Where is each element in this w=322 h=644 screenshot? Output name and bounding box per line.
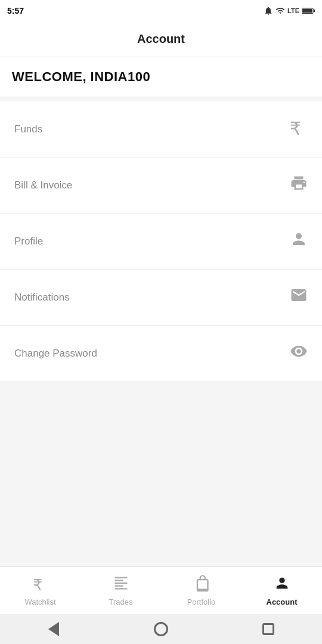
signal-icon <box>275 6 285 16</box>
notifications-label: Notifications <box>14 292 70 304</box>
svg-text:₹: ₹ <box>290 119 301 137</box>
change-password-label: Change Password <box>14 348 97 360</box>
menu-item-change-password[interactable]: Change Password <box>0 326 322 381</box>
back-button[interactable] <box>42 617 66 641</box>
home-icon <box>154 622 168 636</box>
mail-icon <box>290 286 308 308</box>
svg-text:₹: ₹ <box>33 577 43 592</box>
nav-item-trades[interactable]: Trades <box>80 570 161 611</box>
nav-item-portfolio[interactable]: Portfolio <box>161 570 242 611</box>
menu-list: Funds ₹ Bill & Invoice Profile <box>0 101 322 381</box>
portfolio-nav-label: Portfolio <box>187 597 216 606</box>
portfolio-nav-icon <box>193 575 210 595</box>
recents-button[interactable] <box>256 617 280 641</box>
menu-item-notifications[interactable]: Notifications <box>0 270 322 326</box>
notification-icon <box>264 6 273 16</box>
eye-icon <box>290 342 308 364</box>
watchlist-nav-label: Watchlist <box>24 597 55 606</box>
page-title: Account <box>137 32 185 46</box>
trades-nav-icon <box>113 575 129 595</box>
nav-item-watchlist[interactable]: ₹ Watchlist <box>0 570 80 611</box>
printer-icon <box>290 174 308 196</box>
back-icon <box>48 622 59 636</box>
status-time: 5:57 <box>7 6 24 16</box>
svg-rect-2 <box>302 9 312 13</box>
svg-rect-1 <box>314 10 315 12</box>
home-button[interactable] <box>149 617 173 641</box>
nav-item-account[interactable]: Account <box>242 570 322 611</box>
bill-invoice-label: Bill & Invoice <box>14 179 72 191</box>
menu-item-profile[interactable]: Profile <box>0 213 322 270</box>
funds-label: Funds <box>14 123 42 135</box>
account-nav-icon <box>274 575 290 595</box>
trades-nav-label: Trades <box>109 597 133 606</box>
welcome-text: WELCOME, INDIA100 <box>12 69 150 84</box>
page-header: Account <box>0 21 322 57</box>
welcome-section: WELCOME, INDIA100 <box>0 57 322 97</box>
battery-icon <box>302 7 315 14</box>
menu-item-bill-invoice[interactable]: Bill & Invoice <box>0 157 322 213</box>
menu-item-funds[interactable]: Funds ₹ <box>0 101 322 157</box>
user-icon <box>290 230 308 252</box>
network-label: LTE <box>287 7 299 14</box>
android-nav-bar <box>0 614 322 644</box>
status-icons: LTE <box>264 6 315 16</box>
rupee-icon: ₹ <box>290 118 308 140</box>
recents-icon <box>262 623 274 635</box>
profile-label: Profile <box>14 236 43 247</box>
status-bar: 5:57 LTE <box>0 0 322 21</box>
bottom-nav: ₹ Watchlist Trades Portfolio Account <box>0 566 322 614</box>
watchlist-nav-icon: ₹ <box>32 575 49 595</box>
main-content: WELCOME, INDIA100 Funds ₹ Bill & Invoice… <box>0 57 322 566</box>
account-nav-label: Account <box>267 597 298 606</box>
